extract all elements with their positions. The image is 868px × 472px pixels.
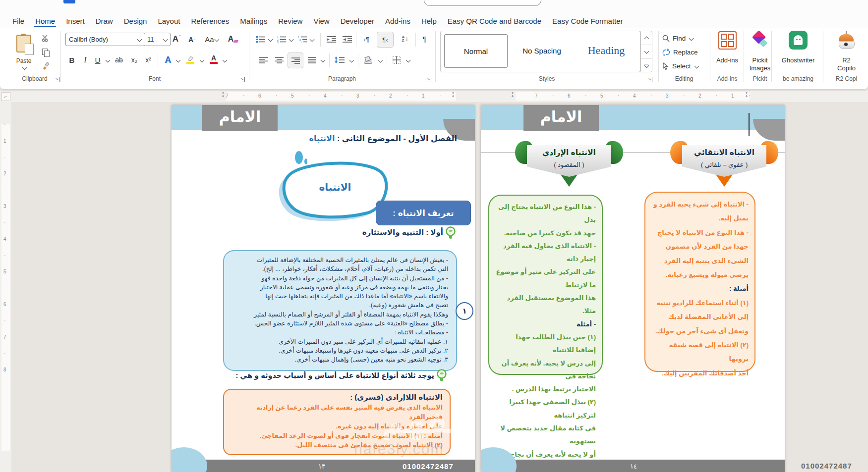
cut-button[interactable]	[40, 33, 52, 44]
styles-scroll-up[interactable]	[641, 31, 652, 45]
strikethrough-button[interactable]: ab	[112, 53, 126, 66]
shrink-font-button[interactable]: Aˇ	[185, 34, 198, 46]
search-icon	[662, 35, 670, 42]
justify-icon	[308, 57, 316, 63]
bold-button[interactable]: B	[66, 53, 77, 66]
selective-line: وتغفل أى شىء آخر من حولك.	[651, 324, 749, 338]
align-left-button[interactable]	[257, 53, 270, 66]
info-line: التي تكمن بداخله من (رغبات، آلام، أحلام،…	[232, 264, 448, 273]
numbering-button[interactable]: 123	[276, 33, 288, 46]
tab-home[interactable]: Home	[30, 14, 60, 28]
rtl-direction-button[interactable]: ¶‹	[377, 32, 394, 48]
pickit-button[interactable]	[752, 31, 769, 49]
search-box-remnant[interactable]	[424, 0, 541, 6]
multilevel-list-button[interactable]: 1ai	[296, 33, 308, 46]
pickit-label-2: Images	[746, 64, 774, 72]
tab-review[interactable]: Review	[273, 14, 308, 28]
selective-banner: الانتباه الانتقائي ( عفوي – تلقائي )	[670, 141, 778, 189]
tab-easy-code-formatter[interactable]: Easy Code Formatter	[547, 14, 629, 28]
clipboard-dialog-launcher[interactable]: ↘	[54, 77, 59, 82]
voluntary-line: فى كتابة مقال جديد بتخصص لا يستهويه	[495, 422, 596, 448]
add-ins-button[interactable]	[719, 32, 736, 49]
highlight-color-bar	[186, 62, 194, 64]
involuntary-line: على اختياره والانتباه إليه دون غيره.	[231, 422, 443, 431]
highlighter-icon	[186, 55, 194, 61]
right-indent-marker[interactable]: ▼▲	[452, 92, 454, 97]
show-hide-marks-button[interactable]: ¶	[418, 33, 430, 46]
ruler-mark: ·	[4, 318, 5, 323]
tab-easy-qr[interactable]: Easy QR Code and Barcode	[442, 14, 547, 28]
tab-layout[interactable]: Layout	[152, 14, 185, 28]
ghostwriter-button[interactable]	[789, 31, 808, 50]
tab-view[interactable]: View	[308, 14, 335, 28]
paragraph-dialog-launcher[interactable]: ↘	[426, 77, 431, 82]
grow-font-button[interactable]: Aˆ	[170, 33, 183, 46]
shading-button[interactable]	[361, 52, 376, 66]
add-ins-group-label: Add-ins	[712, 75, 743, 82]
style-normal[interactable]: Normal	[444, 34, 508, 68]
styles-more-button[interactable]	[641, 59, 652, 72]
indent-marker-right-page[interactable]: ▼▲	[511, 92, 514, 97]
tab-mailings[interactable]: Mailings	[234, 14, 273, 28]
r2-copilot-button[interactable]	[837, 30, 856, 51]
styles-dialog-launcher[interactable]: ↘	[647, 77, 652, 82]
font-color-button[interactable]: A	[207, 52, 220, 66]
bullets-button[interactable]	[255, 33, 267, 46]
italic-button[interactable]: I	[80, 53, 90, 66]
ruler-mark: 8	[3, 367, 6, 372]
style-no-spacing[interactable]: No Spacing	[511, 34, 573, 67]
text-effects-button[interactable]: A	[162, 53, 174, 66]
find-button[interactable]: Find	[662, 32, 707, 45]
select-button[interactable]: Select	[662, 59, 708, 72]
increase-indent-button[interactable]	[324, 33, 338, 46]
style-heading[interactable]: Heading	[577, 34, 636, 67]
horizontal-ruler[interactable]	[0, 91, 868, 102]
page-left[interactable]: الامام الفصل الأول - الموضوع الثاني : ال…	[172, 105, 475, 472]
indent-marker[interactable]: ▼▲	[222, 92, 224, 97]
selective-line: الشىء الذى ينتبه إليه الفرد	[651, 254, 749, 268]
clear-formatting-button[interactable]: A	[226, 33, 240, 46]
subscript-button[interactable]: x₂	[128, 53, 141, 66]
copy-button[interactable]	[40, 47, 52, 57]
font-dialog-launcher[interactable]: ↘	[239, 77, 245, 82]
tab-design[interactable]: Design	[118, 14, 153, 28]
styles-scroll-down[interactable]	[641, 45, 652, 59]
school-logo-right: الامام	[523, 105, 599, 131]
decrease-indent-button[interactable]	[340, 33, 354, 46]
pickit-icon	[752, 31, 769, 48]
align-right-button[interactable]	[288, 52, 303, 68]
replace-button[interactable]: bc Replace	[662, 46, 708, 58]
tab-help[interactable]: Help	[416, 14, 442, 28]
ltr-direction-button[interactable]: ›¶	[359, 33, 374, 46]
format-painter-button[interactable]	[40, 60, 52, 71]
tab-selector[interactable]: ⌐	[1, 92, 10, 101]
font-size-combo[interactable]: 11	[144, 33, 171, 46]
ruler-mark: ·	[439, 93, 441, 98]
change-case-button[interactable]: Aa	[202, 33, 221, 46]
ruler-mark: 6	[3, 302, 6, 307]
tab-add-ins[interactable]: Add-ins	[380, 14, 416, 28]
justify-button[interactable]	[305, 53, 318, 66]
paint-bucket-icon	[363, 55, 373, 64]
paste-button[interactable]: Paste	[12, 31, 36, 73]
svg-text:3: 3	[277, 40, 279, 43]
sort-button[interactable]: AZ ↓	[398, 32, 412, 46]
tab-draw[interactable]: Draw	[90, 14, 118, 28]
text-effects-label: A	[165, 55, 172, 65]
styles-group: Normal No Spacing Heading Styles ↘	[437, 28, 656, 89]
tab-developer[interactable]: Developer	[335, 14, 380, 28]
font-name-combo[interactable]: Calibri (Body)	[65, 33, 145, 46]
tab-insert[interactable]: Insert	[60, 14, 90, 28]
line-spacing-button[interactable]	[332, 53, 347, 66]
tab-references[interactable]: References	[185, 14, 234, 28]
highlight-color-button[interactable]	[183, 52, 197, 66]
tab-file[interactable]: File	[7, 14, 30, 28]
r2-copilot-group: R2 Copilo R2 Copi	[825, 28, 868, 89]
superscript-button[interactable]: x²	[142, 53, 155, 66]
vertical-ruler[interactable]	[0, 102, 11, 472]
borders-button[interactable]	[390, 53, 404, 66]
right-indent-marker-right-page[interactable]: ▼▲	[745, 92, 748, 97]
page-right[interactable]: الامام الانتباه الإرادي ( المقصود ) الان…	[481, 105, 785, 472]
underline-button[interactable]: U	[92, 53, 103, 66]
align-center-button[interactable]	[273, 53, 286, 66]
